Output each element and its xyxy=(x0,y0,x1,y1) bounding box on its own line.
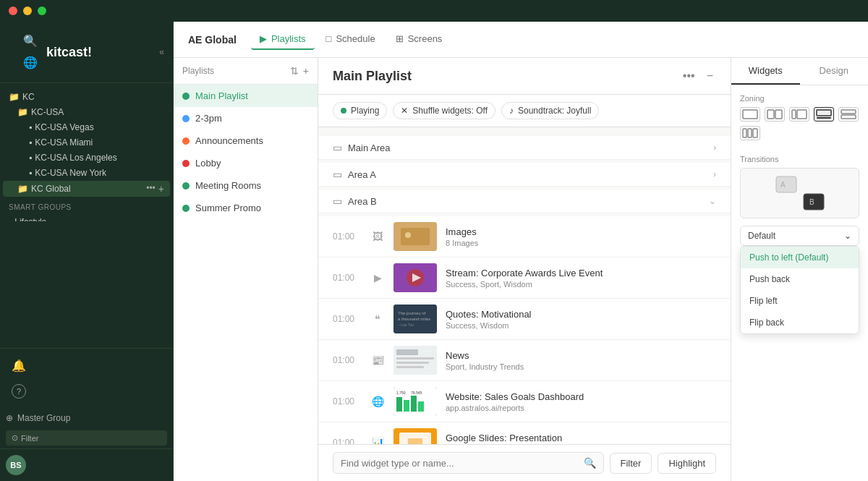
help-item[interactable]: ? xyxy=(6,380,167,403)
playlist-item-announcements[interactable]: Announcements xyxy=(174,129,318,152)
playlist-list: Main Playlist 2-3pm Announcements Lobby xyxy=(174,85,318,219)
dropdown-item-push-left[interactable]: Push to left (Default) xyxy=(741,247,859,268)
playlist-item-lobby[interactable]: Lobby xyxy=(174,152,318,174)
widget-tags: 8 Images xyxy=(446,239,716,247)
svg-rect-33 xyxy=(841,115,856,119)
minus-icon[interactable]: − xyxy=(704,67,716,85)
minimize-button[interactable] xyxy=(23,7,32,15)
svg-rect-32 xyxy=(841,110,856,114)
playlist-item-main[interactable]: Main Playlist xyxy=(174,85,318,107)
highlight-button[interactable]: Highlight xyxy=(658,453,716,474)
sidebar-collapse-button[interactable]: « xyxy=(159,47,164,57)
search-icon[interactable]: 🔍 xyxy=(20,30,41,51)
svg-rect-11 xyxy=(396,349,418,355)
tree-item-label: KC-USA New York xyxy=(35,168,106,178)
widget-slides[interactable]: 01:00 📊 Google Slides: Presentation New … xyxy=(318,422,731,444)
widget-quotes[interactable]: 01:00 ❝ The journey ofa thousand miles– … xyxy=(318,299,731,340)
soundtrack-label: Soundtrack: Joyfull xyxy=(518,106,591,116)
dropdown-item-flip-left[interactable]: Flip left xyxy=(741,290,859,312)
tree-item-label: KC-USA Vegas xyxy=(35,122,93,132)
sidebar-item-lifestyle[interactable]: ▪ Lifestyle xyxy=(3,215,170,221)
tab-screens[interactable]: ⊞ Screens xyxy=(387,29,451,50)
more-options-icon[interactable]: ••• xyxy=(680,67,698,85)
more-icon[interactable]: ••• xyxy=(146,183,156,195)
playing-badge[interactable]: Playing xyxy=(333,102,387,119)
widget-thumbnail xyxy=(393,263,437,292)
soundtrack-badge[interactable]: ♪ Soundtrack: Joyfull xyxy=(501,102,599,119)
area-label: Area B xyxy=(348,196,703,207)
search-icon: 🔍 xyxy=(584,457,596,469)
maximize-button[interactable] xyxy=(38,7,46,15)
add-playlist-icon[interactable]: + xyxy=(303,65,309,77)
tab-design[interactable]: Design xyxy=(800,58,869,85)
tree-item-kc-global[interactable]: 📁 KC Global ••• + xyxy=(3,181,170,197)
svg-text:1,750: 1,750 xyxy=(396,391,406,395)
svg-rect-25 xyxy=(743,110,757,119)
zone-option-single[interactable] xyxy=(740,107,760,122)
screens-icon: ⊞ xyxy=(396,33,404,44)
zone-option-sidebar-left[interactable] xyxy=(789,107,809,122)
web-widget-icon: 🌐 xyxy=(370,396,385,407)
tree-item-kc[interactable]: 📁 KC xyxy=(3,90,170,104)
tab-widgets[interactable]: Widgets xyxy=(731,58,800,85)
globe-icon[interactable]: 🌐 xyxy=(20,52,41,72)
widget-time: 01:00 xyxy=(333,231,362,242)
close-button[interactable] xyxy=(9,7,17,15)
widget-website[interactable]: 01:00 🌐 1,75079,545 Website: Sales Goals… xyxy=(318,381,731,422)
dropdown-select[interactable]: Default ⌄ xyxy=(740,226,859,246)
widget-thumbnail xyxy=(393,346,437,375)
search-input-wrap[interactable]: 🔍 xyxy=(333,452,604,474)
search-input[interactable] xyxy=(341,458,578,469)
screen-icon: ▪ xyxy=(29,137,32,148)
widget-news[interactable]: 01:00 📰 News Sport, Industry Trends xyxy=(318,340,731,381)
zone-option-two-cols[interactable] xyxy=(765,107,785,122)
svg-rect-24 xyxy=(408,438,422,444)
svg-rect-12 xyxy=(396,357,434,359)
quote-widget-icon: ❝ xyxy=(370,313,385,325)
add-icon[interactable]: + xyxy=(158,183,164,195)
filter-button[interactable]: Filter xyxy=(610,453,652,474)
avatar[interactable]: BS xyxy=(6,455,26,475)
sort-icon[interactable]: ⇅ xyxy=(290,65,299,77)
monitor-icon: ▭ xyxy=(333,169,342,180)
tree-item-label: KC-USA Los Angeles xyxy=(35,153,116,163)
area-a[interactable]: ▭ Area A › xyxy=(318,163,731,187)
playlist-item-summer-promo[interactable]: Summer Promo xyxy=(174,197,318,219)
zone-option-three-cols[interactable] xyxy=(740,126,760,140)
tab-playlists[interactable]: ▶ Playlists xyxy=(251,29,315,50)
dropdown-item-push-back[interactable]: Push back xyxy=(741,268,859,290)
zone-option-top-bottom[interactable] xyxy=(838,107,859,122)
add-master-group-button[interactable]: ⊕ Master Group xyxy=(0,409,173,427)
widget-images[interactable]: 01:00 🖼 Images 8 Images xyxy=(318,216,731,257)
smart-groups-label: Smart Groups xyxy=(0,197,173,214)
svg-rect-13 xyxy=(396,362,429,364)
tree-item-kc-usa-miami[interactable]: ▪ KC-USA Miami xyxy=(3,135,170,150)
playing-label: Playing xyxy=(351,106,379,116)
sidebar-nav-icons: 🔍 🌐 xyxy=(9,27,41,77)
tree-item-kc-usa-la[interactable]: ▪ KC-USA Los Angeles xyxy=(3,150,170,165)
zone-option-bottom-bar[interactable] xyxy=(814,107,834,122)
tree-item-kc-usa[interactable]: 📁 KC-USA xyxy=(3,105,170,119)
dropdown-item-flip-back[interactable]: Flip back xyxy=(741,312,859,333)
dropdown-value: Default xyxy=(748,231,775,241)
svg-rect-1 xyxy=(401,228,430,245)
tree-item-kc-usa-ny[interactable]: ▪ KC-USA New York xyxy=(3,166,170,180)
playlist-item-label: Meeting Rooms xyxy=(195,180,261,191)
svg-text:a thousand miles: a thousand miles xyxy=(398,317,430,321)
tab-schedule[interactable]: □ Schedule xyxy=(318,29,384,50)
playlist-item-2-3pm[interactable]: 2-3pm xyxy=(174,107,318,129)
filter-bar[interactable]: ⊙ Filter xyxy=(6,430,167,446)
area-main-area[interactable]: ▭ Main Area › xyxy=(318,136,731,160)
top-nav: ▶ Playlists □ Schedule ⊞ Screens xyxy=(251,29,451,50)
tree-item-kc-usa-vegas[interactable]: ▪ KC-USA Vegas xyxy=(3,120,170,135)
widget-stream[interactable]: 01:00 ▶ Stream: Corporate Awards Live Ev… xyxy=(318,257,731,299)
widget-thumbnail: 1,75079,545 xyxy=(393,387,437,416)
folder-icon: 📁 xyxy=(17,184,28,194)
playlist-item-meeting-rooms[interactable]: Meeting Rooms xyxy=(174,174,318,197)
playlist-item-label: Announcements xyxy=(195,135,263,146)
logo: kitcast! xyxy=(46,45,92,60)
notifications-item[interactable]: 🔔 xyxy=(6,354,167,377)
folder-icon: 📁 xyxy=(17,107,28,117)
shuffle-badge[interactable]: ✕ Shuffle widgets: Off xyxy=(393,102,495,119)
area-b[interactable]: ▭ Area B ⌄ xyxy=(318,190,731,213)
